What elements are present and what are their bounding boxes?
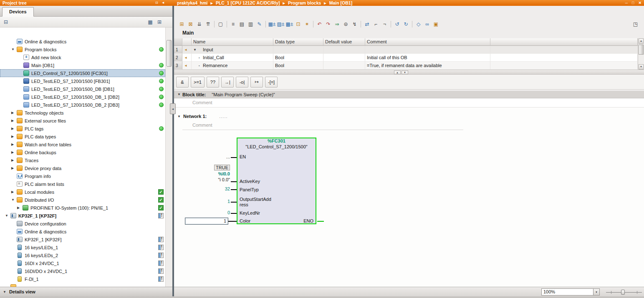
zoom-dropdown-button[interactable]: ▼ [593, 289, 599, 295]
header-default-value[interactable]: Default value [323, 38, 365, 46]
data-type-cell[interactable]: Bool [273, 54, 323, 62]
zoom-combobox[interactable]: 100% ▼ [541, 288, 600, 295]
splitter-up-button[interactable]: ▲ [394, 70, 401, 74]
tree-item[interactable]: ▶ PLC tags [0, 125, 165, 133]
tree-expand-arrow[interactable]: ▼ [5, 214, 10, 218]
open-branch-button[interactable]: ↦ [250, 77, 263, 88]
monitoring-icon[interactable]: ∞ [423, 20, 432, 28]
tree-item[interactable]: 16DI/DO x 24VDC_1 [0, 267, 165, 275]
undo-icon[interactable]: ↺ [393, 20, 402, 28]
splitter-down-button[interactable]: ▼ [402, 70, 408, 74]
scroll-up-button[interactable]: ▲ [639, 38, 644, 44]
close-all-networks-icon[interactable]: ⇈ [204, 20, 212, 28]
fc-call-block[interactable]: %FC301 "LED_Control_S7_1200/1500" EN Act… [237, 138, 316, 224]
data-type-cell[interactable]: Bool [273, 62, 323, 70]
tree-item[interactable]: ▼ KP32F_1 [KP32F] [0, 212, 165, 220]
tree-item[interactable] [0, 283, 165, 287]
previous-error-icon[interactable]: ↶ [315, 20, 324, 28]
tree-item[interactable]: Add new block [0, 53, 165, 61]
panel-splitter[interactable]: ◄ [172, 6, 174, 296]
interface-table-row[interactable]: 2 ◄ ▪ Initial_Call Bool Initial call of … [174, 54, 638, 62]
page-view-icon[interactable]: ▥ [246, 20, 255, 28]
block-comment-row[interactable]: Comment [174, 98, 644, 108]
tree-expand-arrow[interactable]: ▼ [11, 48, 17, 51]
tree-item[interactable]: ▶ Traces [0, 156, 165, 164]
absolute-symbolic-operands-icon[interactable]: ≡ [229, 20, 237, 28]
header-comment[interactable]: Comment [365, 38, 490, 46]
insert-empty-box-icon[interactable]: ▢ [216, 20, 225, 28]
tree-item[interactable]: ▶ Technology objects [0, 109, 165, 117]
tab-devices[interactable]: Devices [2, 7, 34, 17]
tree-item[interactable]: Main [OB1] [0, 61, 165, 69]
interface-table-row[interactable]: 3 ◄ ▪ Remanence Bool =True, if remanent … [174, 62, 638, 70]
redo-icon[interactable]: ↻ [402, 20, 410, 28]
breadcrumb-item[interactable]: Main [OB1] [329, 0, 352, 7]
default-value-cell[interactable] [323, 46, 365, 54]
delete-network-icon[interactable]: ⊠ [186, 20, 195, 28]
outputstartaddress-operand[interactable]: 1 [227, 199, 230, 204]
data-type-cell[interactable] [273, 46, 323, 54]
tree-item[interactable]: 16 keys/LEDs_1 [0, 243, 165, 251]
network-comment-row[interactable]: Comment [174, 121, 644, 130]
maximize-editor-icon[interactable]: ◳ [631, 20, 640, 28]
network-comments-icon[interactable]: ✎ [255, 20, 264, 28]
tree-item[interactable]: ▶ PROFINET IO-System (100): PN/IE_1 [0, 204, 165, 212]
tree-expand-arrow[interactable]: ▶ [11, 190, 17, 194]
tree-item[interactable]: LED_TestLED_S7_1200/1500_DB_2 [DB3] [0, 101, 165, 109]
activekey-tag-name[interactable]: "i 0.0" [218, 177, 230, 182]
favorites-icon[interactable]: ✶ [303, 20, 311, 28]
name-cell[interactable]: ▪ Remanence [192, 62, 273, 70]
tree-expand-arrow[interactable]: ▶ [11, 143, 17, 146]
tree-item[interactable]: Program info [0, 172, 165, 180]
tree-item[interactable]: F-DI_1 [0, 275, 165, 283]
tree-item[interactable]: Online & diagnostics [0, 38, 165, 45]
zoom-slider[interactable] [606, 289, 642, 295]
name-cell[interactable]: ▪ Initial_Call [192, 54, 273, 62]
tree-item[interactable]: ▶ External source files [0, 117, 165, 125]
tree-item[interactable]: 16DI x 24VDC_1 [0, 259, 165, 267]
lad-view-icon[interactable]: ⌐ [371, 20, 380, 28]
paneltyp-operand[interactable]: 32 [225, 186, 230, 191]
comment-cell[interactable]: =True, if remanent data are available [365, 62, 490, 70]
open-all-networks-icon[interactable]: ⇊ [195, 20, 204, 28]
negate-input-button[interactable]: -o| [236, 77, 248, 88]
tree-expand-arrow[interactable]: ▶ [11, 150, 17, 154]
comment-cell[interactable] [365, 46, 490, 54]
name-cell[interactable]: ▼ Input [192, 46, 273, 54]
network-header[interactable]: ▼ Network 1: ..... [174, 112, 644, 121]
tree-expand-arrow[interactable]: ▶ [11, 158, 17, 162]
next-error-icon[interactable]: ↷ [324, 20, 333, 28]
tree-expand-arrow[interactable]: ▶ [11, 111, 17, 115]
tree-item[interactable]: LED_TestLED_S7_1200/1500_DB [DB1] [0, 85, 165, 93]
tree-item[interactable]: ▶ Local modules [0, 188, 165, 196]
breadcrumb-item[interactable]: PLC_1 [CPU 1212C AC/DC/Rly] [216, 0, 288, 7]
compare-offline-online-icon[interactable]: ⇄ [363, 20, 371, 28]
view-mode-icon[interactable]: ⊟ [2, 18, 10, 26]
color-operand-input[interactable]: 1 [185, 218, 228, 225]
block-access-icon[interactable]: ▣ [432, 20, 440, 28]
editor-splitter[interactable]: ▲ ▼ [174, 70, 644, 75]
header-data-type[interactable]: Data type [273, 38, 323, 46]
tree-item[interactable]: ▶ Watch and force tables [0, 140, 165, 148]
details-view-header[interactable]: ▼ Details view [0, 287, 172, 296]
tree-item[interactable]: ▼ Distributed I/O [0, 196, 165, 204]
slider-handle[interactable] [621, 290, 625, 295]
insert-network-icon[interactable]: ⊞ [177, 20, 186, 28]
en-operand[interactable]: ... [226, 154, 230, 159]
tree-item[interactable]: ▶ Online backups [0, 148, 165, 156]
tree-item[interactable]: ▶ PLC data types [0, 133, 165, 140]
tree-item[interactable]: PLC alarm text lists [0, 180, 165, 188]
tree-expand-arrow[interactable]: ▶ [11, 127, 17, 130]
minimize-button[interactable]: ─ [625, 0, 628, 6]
and-box-button[interactable]: & [176, 77, 189, 88]
breadcrumb-item[interactable]: Program blocks [288, 0, 329, 7]
default-value-cell[interactable] [323, 54, 365, 62]
close-button[interactable]: ✕ [638, 0, 641, 6]
assignment-button[interactable]: -[=] [265, 77, 278, 88]
tree-item[interactable]: LED_TestLED_S7_1200/1500_DB_1 [DB2] [0, 93, 165, 101]
tree-item[interactable]: KP32F_1 [KP32F] [0, 235, 165, 243]
tree-expand-arrow[interactable]: ▶ [11, 135, 17, 138]
restore-button[interactable]: □ [632, 0, 634, 6]
project-tree-scrollbar[interactable] [165, 28, 172, 287]
empty-box-button[interactable]: ?? [207, 77, 219, 88]
